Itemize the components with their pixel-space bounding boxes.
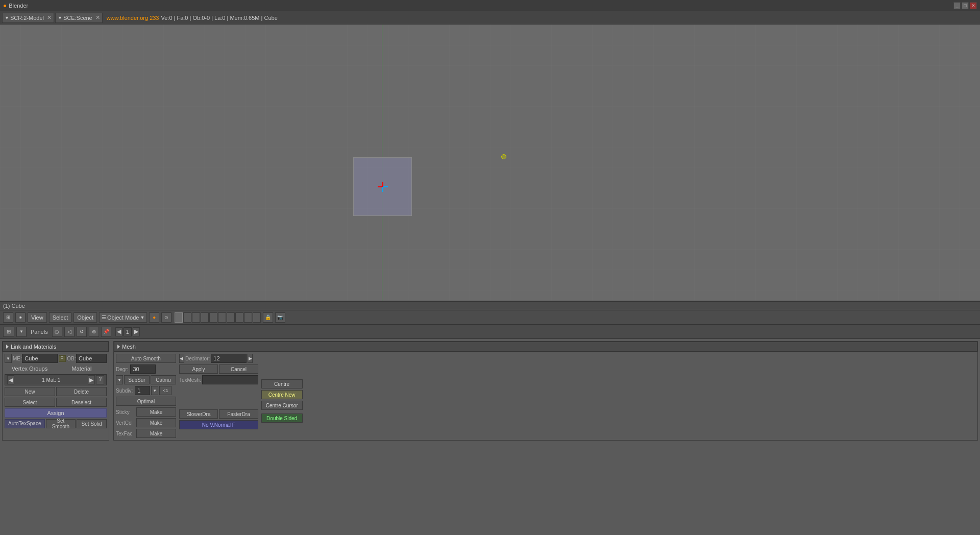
faster-button[interactable]: FasterDra <box>219 409 258 419</box>
set-smooth-button[interactable]: Set Smooth <box>46 419 76 428</box>
centre-cursor-button[interactable]: Centre Cursor <box>261 401 303 410</box>
layer-4[interactable] <box>201 312 209 323</box>
cancel-button[interactable]: Cancel <box>219 364 258 374</box>
panel-collapse-icon[interactable] <box>6 345 9 349</box>
bottom-btns-row: AutoTexSpace Set Smooth Set Solid <box>5 419 107 428</box>
layer-6[interactable] <box>218 312 226 323</box>
select-button[interactable]: Select <box>5 398 55 407</box>
layer-5[interactable] <box>209 312 217 323</box>
decimator-input[interactable] <box>211 354 247 363</box>
autotex-button[interactable]: AutoTexSpace <box>5 419 45 428</box>
cube-object <box>353 157 412 216</box>
render-icon[interactable]: ● <box>149 312 159 323</box>
subdiv-label: Subdiv: <box>116 388 133 394</box>
blender-link[interactable]: www.blender.org 233 <box>107 15 159 21</box>
panels-mode-icon[interactable]: ⊞ <box>3 327 14 337</box>
texmesh-row: TexMesh: <box>179 375 258 384</box>
panel-num-control: ◀ 1 ▶ <box>115 327 140 336</box>
layer-7[interactable] <box>227 312 235 323</box>
titlebar-title: Blender <box>9 3 28 9</box>
degr-input[interactable] <box>130 364 156 374</box>
subdiv-step-btn[interactable]: <1 <box>159 386 172 395</box>
decimator-left-arrow[interactable]: ◀ <box>179 354 184 363</box>
panels-icon7[interactable]: 📌 <box>101 327 111 337</box>
lock-icon[interactable]: 🔒 <box>263 312 273 323</box>
layer-8[interactable] <box>235 312 243 323</box>
close-button[interactable]: ✕ <box>970 2 977 9</box>
apply-button[interactable]: Apply <box>179 364 218 374</box>
view-mode-icon[interactable]: ⊞ <box>3 312 13 323</box>
mat-right-btn[interactable]: ▶ <box>88 375 95 384</box>
set-solid-button[interactable]: Set Solid <box>77 419 107 428</box>
texmesh-input[interactable] <box>202 375 258 384</box>
snap-icon[interactable]: ◈ <box>15 312 26 323</box>
double-sided-button[interactable]: Double Sided <box>261 414 303 423</box>
double-sided-row: Double Sided <box>261 414 303 423</box>
delete-button[interactable]: Delete <box>56 387 107 396</box>
panels-icon6[interactable]: ⊗ <box>89 327 99 337</box>
vertcol-make-button[interactable]: Make <box>136 418 176 427</box>
me-input[interactable] <box>22 354 58 363</box>
no-vnormal-row: No V.Normal F <box>179 420 258 429</box>
decimator-label: Decimator: <box>185 356 210 361</box>
panels-icon2[interactable]: ▼ <box>16 327 27 337</box>
subdiv-step-dropdown[interactable]: ▼ <box>151 386 158 395</box>
centre-new-button[interactable]: Centre New <box>261 390 303 399</box>
assign-button[interactable]: Assign <box>5 408 107 418</box>
optimal-row: Optimal <box>116 397 176 406</box>
view-button[interactable]: View <box>28 312 47 323</box>
panel-num-right[interactable]: ▶ <box>133 327 140 336</box>
panels-icon3[interactable]: ◷ <box>52 327 62 337</box>
info-bar: www.blender.org 233 Ve:0 | Fa:0 | Ob:0-0… <box>107 15 278 21</box>
vertcol-row: VertCol Make <box>116 418 176 427</box>
optimal-button[interactable]: Optimal <box>116 397 176 406</box>
texfac-make-button[interactable]: Make <box>136 429 176 438</box>
layer-1[interactable] <box>175 312 183 323</box>
deselect-button[interactable]: Deselect <box>56 398 107 407</box>
panels-icon5[interactable]: ↺ <box>77 327 87 337</box>
screen-close-icon[interactable]: ✕ <box>47 14 52 21</box>
object-button[interactable]: Object <box>74 312 97 323</box>
decimator-right-arrow[interactable]: ▶ <box>248 354 253 363</box>
centre-button[interactable]: Centre <box>261 379 303 388</box>
scene-dropdown[interactable]: ▼ SCE:Scene ✕ <box>55 13 103 23</box>
no-vnormal-button[interactable]: No V.Normal F <box>179 420 258 429</box>
texfac-row: TexFac Make <box>116 429 176 438</box>
viewport[interactable] <box>0 25 980 301</box>
mode-dropdown[interactable]: ☰ Object Mode ▼ <box>99 312 147 323</box>
mesh-body: Auto Smooth Degr: ▼ SubSur Catmu Subdiv: <box>114 352 977 440</box>
catmu-button[interactable]: Catmu <box>151 375 176 384</box>
material-section: Material <box>57 364 107 373</box>
new-button[interactable]: New <box>5 387 55 396</box>
panel-num-left[interactable]: ◀ <box>115 327 122 336</box>
subsur-dropdown[interactable]: ▼ <box>116 375 123 384</box>
minimize-button[interactable]: _ <box>953 2 961 9</box>
select-button[interactable]: Select <box>49 312 72 323</box>
layer-2[interactable] <box>183 312 191 323</box>
layer-9[interactable] <box>244 312 252 323</box>
slower-button[interactable]: SlowerDra <box>179 409 218 419</box>
render2-icon[interactable]: ⊙ <box>161 312 172 323</box>
screen-dropdown[interactable]: ▼ SCR:2-Model ✕ <box>2 13 54 23</box>
mat-left-btn[interactable]: ◀ <box>7 375 14 384</box>
scene-dropdown-icon: ▼ <box>58 15 62 20</box>
degr-row: Degr: <box>116 364 176 374</box>
subdiv-input[interactable] <box>135 386 150 395</box>
me-dropdown[interactable]: ▼ <box>5 354 12 363</box>
layer-10[interactable] <box>253 312 261 323</box>
subsur-button[interactable]: SubSur <box>124 375 150 384</box>
layer-3[interactable] <box>192 312 200 323</box>
panels-icon4[interactable]: ◁ <box>64 327 75 337</box>
texfac-label: TexFac <box>116 431 135 436</box>
mesh-panel-collapse-icon[interactable] <box>117 345 120 349</box>
mat-value: 1 Mat: 1 <box>15 377 87 383</box>
screen-dropdown-label: SCR:2-Model <box>10 15 44 21</box>
ob-input[interactable] <box>76 354 107 363</box>
camera-icon[interactable]: 📷 <box>275 312 285 323</box>
properties-area: Link and Materials ▼ ME: F OB: Vertex Gr… <box>0 339 980 443</box>
auto-smooth-button[interactable]: Auto Smooth <box>116 354 176 363</box>
sticky-make-button[interactable]: Make <box>136 407 176 417</box>
maximize-button[interactable]: □ <box>962 2 969 9</box>
mat-question-btn[interactable]: ? <box>96 375 104 384</box>
scene-close-icon[interactable]: ✕ <box>95 14 100 21</box>
